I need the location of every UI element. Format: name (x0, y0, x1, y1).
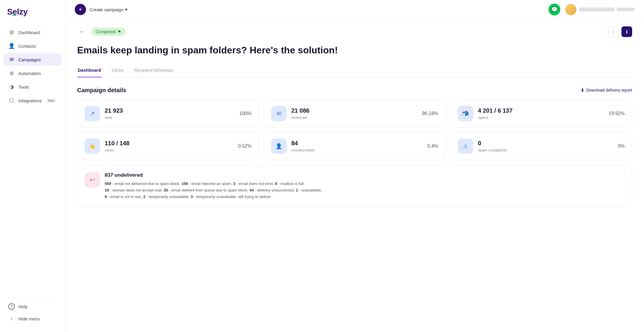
info-icon: ℹ (626, 29, 628, 35)
undelivered-icon-wrap: ↩ (85, 172, 100, 188)
clicks-pct: 0.52% (238, 143, 252, 149)
unsubscribed-label: unsubscribed (291, 148, 423, 152)
download-report-link[interactable]: ⬇ Download delivery report (581, 87, 632, 93)
create-campaign-label[interactable]: Create campaign ▾ (90, 7, 128, 12)
sidebar-item-label: Help (18, 304, 28, 309)
opens-label: opens (478, 115, 604, 120)
spam-pct: 0% (618, 143, 625, 149)
undelivered-info: 837 undelivered 559 - email not delivere… (105, 172, 625, 200)
sidebar-item-label: Contacts (18, 44, 36, 49)
clicks-icon-wrap: 👆 (85, 138, 100, 154)
sidebar: Selzy ⊞ Dashboard 👤 Contacts ✉ Campaigns… (0, 0, 65, 332)
unsubscribed-icon: 👤 (276, 143, 282, 149)
clicks-number: 110 / 148 (105, 140, 233, 147)
stat-info-delivered: 21 086 delivered (291, 107, 417, 120)
unsubscribed-icon-wrap: 👤 (271, 138, 287, 154)
sidebar-item-label: Tools (18, 84, 29, 90)
spam-label: spam complaints (478, 148, 613, 152)
stat-info-spam: 0 spam complaints (478, 140, 613, 152)
chevron-down-icon: ▾ (125, 7, 128, 12)
tab-label: Dashboard (78, 68, 101, 73)
tab-recipient-behaviour[interactable]: Recipient behaviour (133, 65, 174, 77)
stat-card-spam: ⚠ 0 spam complaints 0% (450, 132, 632, 160)
dashboard-icon: ⊞ (8, 29, 15, 36)
sidebar-item-integrations[interactable]: ⬡ Integrations beta (4, 94, 61, 107)
back-button[interactable]: ← (77, 27, 87, 36)
status-badge: Completed ⚑ (91, 28, 125, 36)
logo: Selzy (0, 7, 65, 26)
subheader-right: ⋮ ℹ (608, 26, 632, 37)
clicks-label: clicks (105, 148, 233, 152)
tab-label: Recipient behaviour (134, 68, 174, 73)
subheader: ← Completed ⚑ ⋮ ℹ (77, 26, 632, 37)
campaign-details-header: Campaign details ⬇ Download delivery rep… (77, 87, 632, 94)
sent-number: 21 923 (105, 107, 235, 114)
sidebar-bottom: ? Help ‹ Hide menu (0, 300, 65, 325)
sidebar-item-dashboard[interactable]: ⊞ Dashboard (4, 26, 61, 39)
main-area: + Create campaign ▾ 💬 ← Completed (65, 0, 644, 332)
chat-button[interactable]: 💬 (548, 4, 560, 15)
sidebar-item-automation[interactable]: ⊛ Automation (4, 67, 61, 79)
beta-badge: beta (46, 98, 55, 103)
avatar-email-placeholder (617, 8, 635, 11)
stat-card-delivered: ✉ 21 086 delivered 96.18% (264, 100, 446, 127)
unsubscribed-number: 84 (291, 140, 423, 147)
more-icon: ⋮ (611, 29, 616, 35)
sidebar-item-label: Dashboard (18, 30, 40, 35)
tabs: Dashboard Clicks Recipient behaviour (77, 65, 632, 77)
undelivered-icon: ↩ (90, 176, 95, 184)
topbar-left: + Create campaign ▾ (75, 4, 128, 15)
stat-card-clicks: 👆 110 / 148 clicks 0.52% (77, 132, 259, 160)
create-campaign-button[interactable]: + (75, 4, 86, 15)
delivered-label: delivered (291, 115, 417, 120)
sidebar-item-label: Integrations (18, 98, 42, 103)
delivered-number: 21 086 (291, 107, 417, 114)
campaign-title: Emails keep landing in spam folders? Her… (77, 44, 632, 57)
clicks-icon: 👆 (89, 143, 96, 149)
sent-icon: ↗ (90, 110, 95, 117)
stat-info-unsubscribed: 84 unsubscribed (291, 140, 423, 152)
tab-dashboard[interactable]: Dashboard (77, 65, 101, 77)
spam-number: 0 (478, 140, 613, 147)
tab-label: Clicks (112, 68, 123, 73)
hide-menu-label: Hide menu (18, 316, 40, 321)
sidebar-item-tools[interactable]: ◑ Tools (4, 81, 61, 93)
content-area: ← Completed ⚑ ⋮ ℹ Emails keep landing in… (65, 19, 644, 332)
more-options-button[interactable]: ⋮ (608, 26, 618, 37)
chat-icon: 💬 (551, 6, 558, 13)
automation-icon: ⊛ (8, 70, 15, 76)
help-icon: ? (8, 303, 15, 310)
sent-label: sent (105, 115, 235, 120)
section-title: Campaign details (77, 87, 126, 94)
contacts-icon: 👤 (8, 43, 15, 49)
avatar-area (565, 4, 635, 15)
logo-text: Selzy (7, 7, 28, 17)
sidebar-item-help[interactable]: ? Help (4, 300, 61, 313)
delivered-icon-wrap: ✉ (271, 106, 287, 121)
create-label-text: Create campaign (90, 7, 123, 12)
sidebar-item-hide-menu[interactable]: ‹ Hide menu (4, 313, 61, 325)
delivered-icon: ✉ (276, 110, 282, 117)
topbar: + Create campaign ▾ 💬 (65, 0, 644, 19)
undelivered-line-3: 9 - email is not in use. 2 - temporarily… (105, 194, 271, 199)
flag-icon: ⚑ (117, 29, 121, 34)
stat-info-clicks: 110 / 148 clicks (105, 140, 233, 152)
undelivered-card: ↩ 837 undelivered 559 - email not delive… (77, 166, 632, 206)
tab-clicks[interactable]: Clicks (111, 65, 124, 77)
unsubscribed-pct: 0.4% (427, 143, 438, 149)
download-icon: ⬇ (581, 87, 584, 93)
subheader-left: ← Completed ⚑ (77, 27, 125, 36)
info-button[interactable]: ℹ (621, 26, 632, 37)
sidebar-item-campaigns[interactable]: ✉ Campaigns (4, 53, 61, 66)
undelivered-line-1: 559 - email not delivered due to spam bl… (105, 181, 305, 186)
download-label: Download delivery report (586, 88, 632, 92)
stat-card-sent: ↗ 21 923 sent 100% (77, 100, 259, 127)
sidebar-item-contacts[interactable]: 👤 Contacts (4, 40, 61, 52)
sent-pct: 100% (239, 111, 252, 116)
stat-info-opens: 4 201 / 6 137 opens (478, 107, 604, 120)
undelivered-detail: 559 - email not delivered due to spam bl… (105, 181, 625, 200)
spam-icon: ⚠ (463, 143, 468, 149)
avatar (565, 4, 576, 15)
sidebar-item-label: Automation (18, 71, 41, 76)
chevron-left-icon: ‹ (8, 316, 15, 322)
